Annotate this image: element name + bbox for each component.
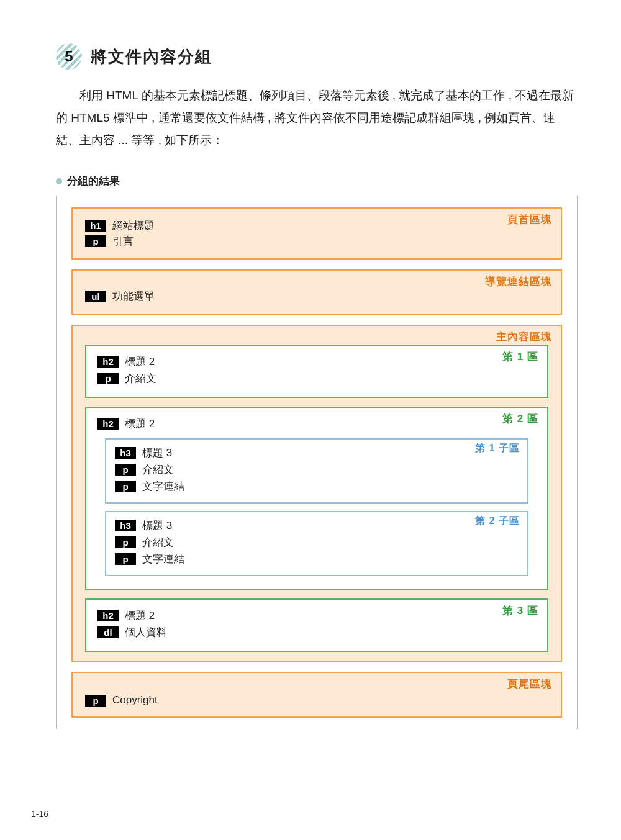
tag-row: p 文字連結 [115, 552, 519, 566]
section-block-1: 第 1 區 h2 標題 2 p 介紹文 [85, 345, 548, 398]
tag-text: 標題 3 [142, 446, 172, 460]
header-block-label: 頁首區塊 [507, 212, 552, 227]
sub-block-2: 第 2 子區 h3 標題 3 p 介紹文 p 文字連結 [105, 511, 528, 576]
section-2-label: 第 2 區 [502, 412, 538, 426]
tag-text: 介紹文 [142, 463, 174, 477]
tag-text: 標題 3 [142, 518, 172, 533]
tag-p: p [85, 235, 106, 247]
sub-heading-text: 分組的結果 [67, 174, 120, 188]
section-title: 將文件內容分組 [91, 46, 212, 68]
tag-h2: h2 [97, 610, 119, 621]
main-block: 主內容區塊 第 1 區 h2 標題 2 p 介紹文 第 2 區 h2 標題 2 … [71, 325, 562, 662]
tag-h1: h1 [85, 220, 106, 232]
section-1-label: 第 1 區 [502, 350, 538, 364]
tag-row: h2 標題 2 [97, 355, 536, 369]
tag-text: 引言 [112, 234, 134, 248]
sub-2-label: 第 2 子區 [475, 515, 520, 528]
tag-dl: dl [97, 626, 119, 638]
tag-text: 文字連結 [142, 479, 184, 494]
tag-row: h2 標題 2 [97, 417, 536, 431]
tag-text: 文字連結 [142, 552, 184, 566]
tag-p: p [97, 373, 119, 384]
tag-row: dl 個人資料 [97, 625, 536, 639]
tag-p: p [115, 481, 136, 492]
tag-row: h3 標題 3 [115, 518, 519, 533]
tag-row: p Copyright [85, 694, 548, 707]
section-block-3: 第 3 區 h2 標題 2 dl 個人資料 [85, 598, 548, 652]
tag-p: p [85, 695, 106, 707]
tag-row: h1 網站標題 [85, 219, 548, 233]
tag-p: p [115, 464, 136, 476]
tag-ul: ul [85, 291, 106, 302]
header-block: 頁首區塊 h1 網站標題 p 引言 [71, 207, 562, 260]
intro-paragraph: 利用 HTML 的基本元素標記標題、條列項目、段落等元素後 , 就完成了基本的工… [56, 84, 578, 151]
sub-block-1: 第 1 子區 h3 標題 3 p 介紹文 p 文字連結 [105, 438, 528, 504]
section-heading: 5 將文件內容分組 [56, 43, 578, 70]
nav-block: 導覽連結區塊 ul 功能選單 [71, 269, 562, 315]
sub-heading: 分組的結果 [56, 174, 578, 188]
tag-text: 標題 2 [125, 355, 155, 369]
tag-row: h2 標題 2 [97, 608, 536, 623]
tag-text: 網站標題 [112, 219, 155, 233]
tag-row: p 介紹文 [115, 463, 519, 477]
footer-block: 頁尾區塊 p Copyright [71, 672, 562, 718]
tag-row: p 引言 [85, 234, 548, 248]
tag-text: 個人資料 [125, 625, 167, 639]
tag-text: 介紹文 [142, 535, 174, 549]
tag-row: ul 功能選單 [85, 289, 548, 304]
main-block-label: 主內容區塊 [496, 330, 552, 344]
tag-h2: h2 [97, 356, 119, 368]
tag-row: h3 標題 3 [115, 446, 519, 460]
section-number-badge: 5 [56, 43, 82, 70]
tag-row: p 介紹文 [97, 371, 536, 386]
tag-row: p 文字連結 [115, 479, 519, 494]
footer-block-label: 頁尾區塊 [507, 677, 552, 691]
section-3-label: 第 3 區 [502, 603, 538, 618]
section-number: 5 [65, 48, 73, 65]
tag-h3: h3 [115, 520, 136, 531]
tag-h2: h2 [97, 418, 119, 430]
section-block-2: 第 2 區 h2 標題 2 第 1 子區 h3 標題 3 p 介紹文 p 文字連… [85, 407, 548, 590]
tag-p: p [115, 553, 136, 565]
tag-text: 標題 2 [125, 608, 155, 623]
tag-text: 功能選單 [112, 289, 155, 304]
tag-h3: h3 [115, 447, 136, 459]
nav-block-label: 導覽連結區塊 [485, 274, 552, 289]
tag-text: 標題 2 [125, 417, 155, 431]
diagram-container: 頁首區塊 h1 網站標題 p 引言 導覽連結區塊 ul 功能選單 主內容區塊 第… [56, 196, 578, 729]
tag-text: Copyright [112, 694, 158, 707]
tag-p: p [115, 536, 136, 548]
page-number: 1-16 [31, 809, 48, 819]
tag-row: p 介紹文 [115, 535, 519, 549]
sub-1-label: 第 1 子區 [475, 442, 520, 455]
tag-text: 介紹文 [125, 371, 156, 386]
